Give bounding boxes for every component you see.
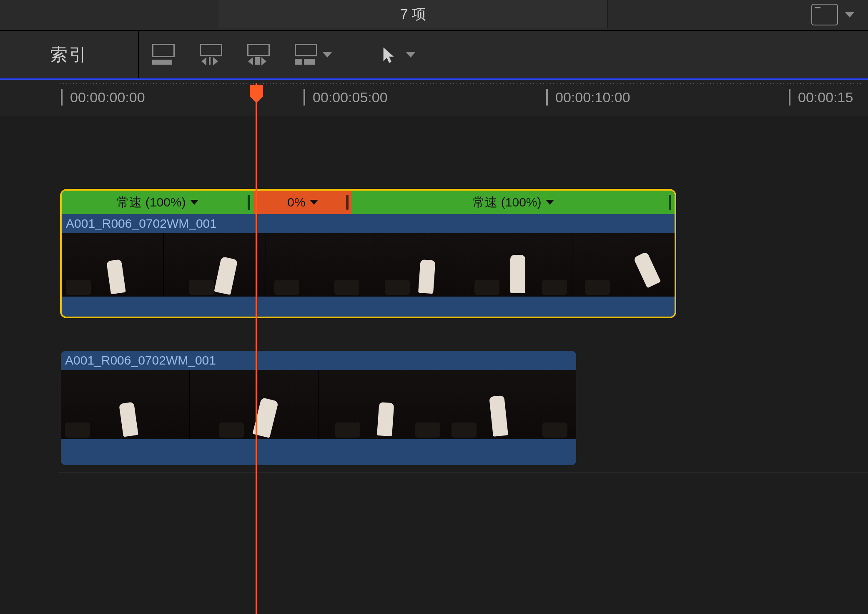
playhead-handle-icon[interactable] bbox=[250, 85, 263, 97]
retime-handle[interactable] bbox=[346, 195, 349, 210]
timeline-ruler[interactable]: 00:00:00:00 00:00:05:00 00:00:10:00 00:0… bbox=[0, 80, 868, 116]
retime-bar[interactable]: 常速 (100%) 0% 常速 (100%) bbox=[62, 191, 675, 214]
clip-name-label: A001_R006_0702WM_001 bbox=[61, 351, 576, 370]
connect-clip-icon[interactable] bbox=[151, 43, 174, 66]
display-options-button[interactable] bbox=[811, 3, 860, 26]
chevron-down-icon[interactable] bbox=[310, 200, 318, 205]
insert-clip-icon[interactable] bbox=[198, 43, 221, 66]
index-label: 索引 bbox=[50, 43, 88, 66]
overwrite-clip-button[interactable] bbox=[293, 43, 332, 66]
playhead[interactable] bbox=[256, 83, 257, 614]
timeline[interactable]: 00:00:00:00 00:00:05:00 00:00:10:00 00:0… bbox=[0, 78, 868, 614]
select-tool-group bbox=[344, 31, 427, 78]
ruler-timestamp: 00:00:15 bbox=[798, 89, 853, 106]
overwrite-clip-icon bbox=[293, 43, 316, 66]
arrow-cursor-icon bbox=[381, 46, 396, 63]
clip-audio[interactable] bbox=[62, 297, 675, 317]
clip-body[interactable]: A001_R006_0702WM_001 bbox=[62, 214, 675, 317]
chevron-down-icon[interactable] bbox=[546, 200, 554, 205]
retime-handle[interactable] bbox=[248, 195, 250, 210]
select-tool-button[interactable] bbox=[381, 46, 416, 63]
clip-filmstrip bbox=[62, 233, 675, 297]
breadcrumb-label: 7 项 bbox=[400, 5, 426, 24]
toolbar: 索引 bbox=[0, 31, 868, 78]
chevron-down-icon bbox=[845, 12, 855, 18]
display-options-icon bbox=[811, 4, 838, 25]
retime-segment-label: 0% bbox=[287, 195, 305, 209]
retime-segment-normal[interactable]: 常速 (100%) bbox=[352, 191, 675, 214]
retime-segment-label: 常速 (100%) bbox=[472, 194, 541, 211]
clip-filmstrip bbox=[61, 370, 576, 439]
clip-audio[interactable] bbox=[61, 439, 576, 465]
retime-segment-label: 常速 (100%) bbox=[117, 194, 186, 211]
edit-tools-group bbox=[139, 31, 344, 78]
append-clip-icon[interactable] bbox=[246, 43, 269, 66]
ruler-timestamp: 00:00:05:00 bbox=[313, 89, 388, 106]
retime-handle[interactable] bbox=[669, 195, 671, 210]
clip-body[interactable]: A001_R006_0702WM_001 bbox=[61, 351, 576, 465]
ruler-labels: 00:00:00:00 00:00:05:00 00:00:10:00 00:0… bbox=[0, 89, 868, 114]
retime-segment-hold[interactable]: 0% bbox=[253, 191, 352, 214]
clip-name-label: A001_R006_0702WM_001 bbox=[62, 214, 675, 233]
chevron-down-icon[interactable] bbox=[190, 200, 198, 205]
clip-primary-storyline[interactable]: 常速 (100%) 0% 常速 (100%) A001_R006_0702WM_… bbox=[62, 191, 675, 317]
chevron-down-icon bbox=[322, 52, 332, 58]
lane-divider bbox=[58, 472, 868, 473]
chevron-down-icon bbox=[406, 52, 416, 58]
breadcrumb[interactable]: 7 项 bbox=[219, 0, 607, 28]
ruler-timestamp: 00:00:10:00 bbox=[555, 89, 630, 106]
clip-connected[interactable]: A001_R006_0702WM_001 bbox=[61, 351, 576, 465]
ruler-timestamp: 00:00:00:00 bbox=[70, 89, 145, 106]
retime-segment-normal[interactable]: 常速 (100%) bbox=[62, 191, 253, 214]
index-button[interactable]: 索引 bbox=[0, 31, 139, 78]
header-bar: 7 项 bbox=[0, 0, 868, 31]
ruler-ticks bbox=[58, 82, 863, 85]
